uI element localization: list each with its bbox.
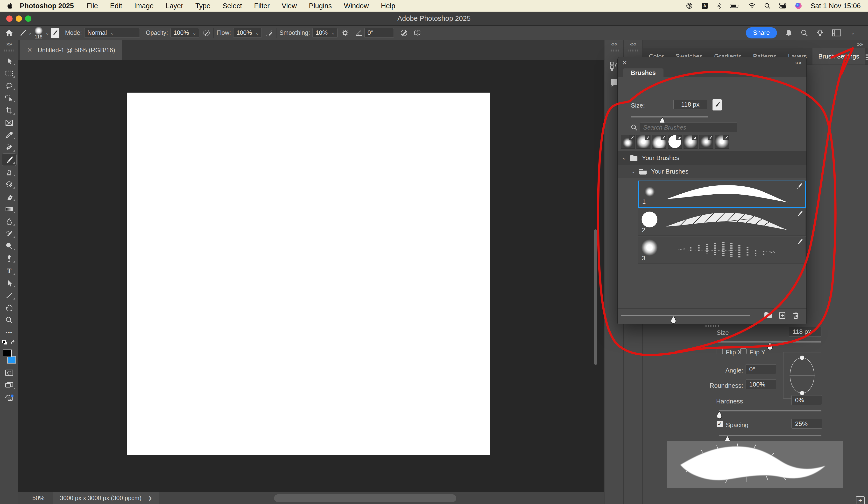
brush-tool[interactable] bbox=[2, 153, 17, 166]
close-window-button[interactable] bbox=[6, 16, 12, 22]
bs-size-field[interactable]: 118 px bbox=[789, 327, 822, 336]
type-tool[interactable]: T bbox=[2, 264, 17, 277]
input-source-icon[interactable]: A bbox=[701, 2, 708, 9]
brushes-size-slider[interactable] bbox=[631, 116, 708, 118]
menu-select[interactable]: Select bbox=[217, 2, 248, 10]
menu-layer[interactable]: Layer bbox=[159, 2, 189, 10]
blur-tool[interactable] bbox=[2, 215, 17, 228]
lasso-tool[interactable] bbox=[2, 80, 17, 92]
apple-icon[interactable] bbox=[7, 2, 13, 9]
chevron-down-icon[interactable]: ⌄ bbox=[622, 155, 626, 161]
healing-brush-tool[interactable] bbox=[2, 141, 17, 153]
frame-tool[interactable] bbox=[2, 117, 17, 129]
gear-icon[interactable] bbox=[341, 29, 349, 37]
thumbnail-size-slider[interactable] bbox=[621, 315, 750, 316]
foreground-background-colors[interactable] bbox=[2, 349, 17, 364]
delete-brush-icon[interactable] bbox=[793, 312, 799, 320]
more-tools[interactable]: ••• bbox=[2, 326, 17, 339]
menu-edit[interactable]: Edit bbox=[104, 2, 128, 10]
menu-plugins[interactable]: Plugins bbox=[303, 2, 338, 10]
folder-your-brushes[interactable]: ⌄ Your Brushes bbox=[618, 151, 806, 165]
horizontal-scrollbar[interactable] bbox=[274, 494, 456, 502]
wifi-icon[interactable] bbox=[748, 3, 755, 9]
canvas-area[interactable] bbox=[18, 60, 603, 492]
collapse-strip-icon[interactable]: «« bbox=[630, 40, 637, 48]
recent-brush[interactable] bbox=[715, 135, 729, 149]
crop-tool[interactable] bbox=[2, 104, 17, 117]
tab-brush-settings[interactable]: Brush Settings bbox=[813, 48, 865, 64]
discover-lightbulb-icon[interactable] bbox=[816, 29, 824, 37]
brush-angle-field[interactable]: 0° bbox=[364, 28, 394, 38]
collapse-panel-icon[interactable]: «« bbox=[795, 59, 802, 66]
path-selection-tool[interactable] bbox=[2, 277, 17, 289]
panel-menu-icon[interactable] bbox=[865, 48, 868, 64]
folder-your-brushes-nested[interactable]: ⌄ Your Brushes bbox=[618, 165, 806, 178]
gradient-tool[interactable] bbox=[2, 203, 17, 215]
brushes-size-field[interactable]: 118 px bbox=[673, 100, 707, 109]
shape-line-tool[interactable] bbox=[2, 289, 17, 301]
bs-angle-field[interactable]: 0° bbox=[746, 364, 776, 374]
caret-down-icon[interactable]: ⌄ bbox=[45, 30, 50, 36]
object-selection-tool[interactable] bbox=[2, 92, 17, 104]
recent-brush[interactable] bbox=[652, 135, 666, 149]
airbrush-icon[interactable] bbox=[265, 29, 273, 37]
eyedropper-tool[interactable] bbox=[2, 129, 17, 141]
new-brush-group-icon[interactable] bbox=[764, 312, 772, 320]
bs-spacing-field[interactable]: 25% bbox=[792, 419, 822, 429]
bs-spacing-slider[interactable] bbox=[719, 435, 822, 436]
recent-brush[interactable] bbox=[699, 135, 713, 149]
caret-down-icon[interactable]: ⌄ bbox=[28, 30, 32, 36]
airplay-icon[interactable] bbox=[686, 2, 693, 9]
zoom-level[interactable]: 50% bbox=[18, 495, 53, 502]
default-swap-colors[interactable] bbox=[2, 339, 17, 348]
dodge-tool[interactable] bbox=[2, 240, 17, 252]
bluetooth-icon[interactable] bbox=[717, 2, 721, 9]
bs-flip-x-checkbox[interactable] bbox=[716, 348, 723, 354]
bs-hardness-slider[interactable] bbox=[719, 410, 822, 411]
bs-spacing-checkbox[interactable]: ✓ bbox=[716, 421, 723, 427]
pressure-opacity-icon[interactable] bbox=[202, 29, 210, 37]
bs-angle-roundness-control[interactable] bbox=[783, 352, 821, 399]
bs-size-slider-handle[interactable] bbox=[767, 342, 773, 350]
zoom-tool[interactable] bbox=[2, 314, 17, 326]
bs-flip-y-checkbox[interactable] bbox=[740, 348, 746, 354]
bs-hardness-slider-handle[interactable] bbox=[716, 411, 722, 419]
chevron-down-icon[interactable]: ⌄ bbox=[631, 168, 636, 174]
recent-brush[interactable] bbox=[637, 135, 650, 149]
brush-item-3[interactable]: 3 bbox=[638, 236, 806, 264]
history-brush-tool[interactable] bbox=[2, 178, 17, 191]
move-tool[interactable] bbox=[2, 55, 17, 67]
caret-down-icon[interactable]: ⌄ bbox=[851, 30, 855, 36]
home-icon[interactable] bbox=[5, 29, 13, 37]
brush-tool-preset-icon[interactable] bbox=[19, 29, 26, 37]
status-chevron-icon[interactable]: ❯ bbox=[148, 495, 152, 501]
pressure-size-icon[interactable] bbox=[400, 29, 408, 37]
collapse-strip-icon[interactable]: «« bbox=[611, 40, 618, 48]
minimize-window-button[interactable] bbox=[16, 16, 22, 22]
strip-grip[interactable] bbox=[629, 50, 638, 51]
spotlight-icon[interactable] bbox=[764, 3, 771, 9]
eraser-tool[interactable] bbox=[2, 191, 17, 203]
brush-item-2[interactable]: 2 bbox=[638, 209, 806, 236]
recent-brush-selected[interactable] bbox=[668, 135, 682, 149]
marquee-tool[interactable] bbox=[2, 67, 17, 80]
brush-preview-toggle-icon[interactable] bbox=[713, 99, 722, 110]
menu-view[interactable]: View bbox=[276, 2, 303, 10]
symmetry-icon[interactable] bbox=[413, 29, 422, 37]
clone-stamp-tool[interactable] bbox=[2, 166, 17, 178]
menu-type[interactable]: Type bbox=[189, 2, 217, 10]
zoom-window-button[interactable] bbox=[25, 16, 31, 22]
siri-icon[interactable] bbox=[795, 2, 802, 9]
collapse-tools-icon[interactable]: »» bbox=[6, 40, 12, 48]
toggle-brush-settings-icon[interactable] bbox=[51, 28, 59, 38]
new-brush-button[interactable]: + bbox=[856, 496, 865, 504]
smoothing-select[interactable]: 10% ⌄ bbox=[312, 28, 338, 38]
brushes-panel-header[interactable]: ✕ «« bbox=[618, 57, 806, 68]
recent-brush[interactable] bbox=[621, 135, 635, 149]
workspace-icon[interactable] bbox=[832, 29, 841, 37]
flow-select[interactable]: 100% ⌄ bbox=[233, 28, 262, 38]
bs-hardness-field[interactable]: 0% bbox=[792, 395, 822, 405]
menu-app-name[interactable]: Photoshop 2025 bbox=[13, 2, 81, 10]
document-canvas[interactable] bbox=[127, 93, 490, 455]
panel-resize-grip[interactable] bbox=[705, 325, 719, 327]
